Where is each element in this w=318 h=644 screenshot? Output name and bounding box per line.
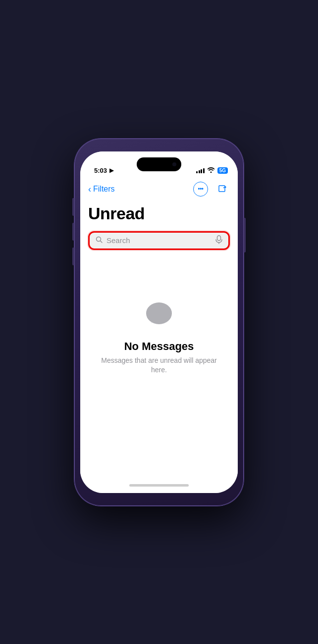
search-placeholder: Search: [106, 236, 212, 245]
signal-bars: [196, 167, 205, 173]
compose-button[interactable]: [215, 182, 230, 197]
nav-right-buttons: •••: [193, 182, 230, 197]
phone-frame: 5:03 ▶ 5G: [74, 139, 244, 506]
location-icon: ▶: [109, 167, 113, 174]
empty-subtitle: Messages that are unread will appear her…: [98, 356, 220, 375]
svg-point-4: [146, 302, 172, 324]
svg-rect-0: [219, 186, 225, 192]
search-bar[interactable]: Search: [88, 231, 230, 250]
home-indicator: [80, 478, 238, 493]
more-button[interactable]: •••: [193, 182, 208, 197]
status-bar: 5:03 ▶ 5G: [80, 151, 238, 178]
back-button[interactable]: ‹ Filters: [88, 185, 115, 194]
ellipsis-icon: •••: [198, 186, 203, 193]
signal-bar-1: [196, 171, 198, 173]
chevron-left-icon: ‹: [88, 185, 91, 194]
phone-screen: 5:03 ▶ 5G: [80, 151, 238, 493]
empty-title: No Messages: [124, 340, 194, 353]
microphone-icon[interactable]: [215, 235, 222, 246]
nav-bar: ‹ Filters •••: [80, 178, 238, 200]
search-container: Search: [88, 231, 230, 250]
back-label: Filters: [93, 185, 115, 194]
wifi-icon: [207, 167, 215, 174]
empty-state: No Messages Messages that are unread wil…: [88, 258, 230, 395]
status-time-area: 5:03 ▶: [94, 167, 113, 174]
signal-bar-2: [199, 170, 200, 173]
speech-bubble-icon: [142, 297, 176, 332]
compose-icon: [218, 185, 227, 194]
signal-bar-3: [201, 169, 202, 173]
status-time: 5:03: [94, 167, 107, 174]
signal-bar-4: [203, 168, 205, 173]
svg-rect-2: [217, 236, 221, 241]
search-icon: [96, 236, 103, 245]
dynamic-island: [137, 157, 181, 171]
content-area: Unread Search: [80, 200, 238, 478]
status-right: 5G: [196, 167, 228, 174]
home-bar: [129, 484, 189, 487]
battery-badge: 5G: [217, 167, 228, 174]
page-title: Unread: [88, 200, 230, 231]
